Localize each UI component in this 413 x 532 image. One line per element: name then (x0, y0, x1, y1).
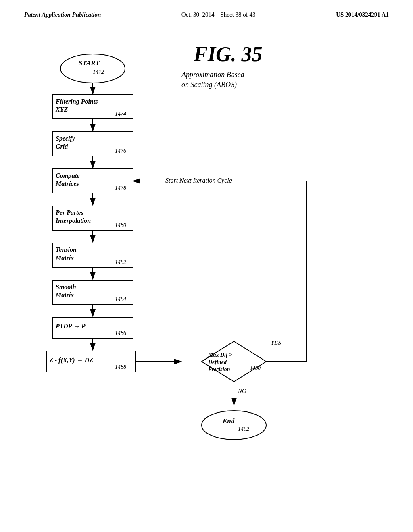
svg-rect-37 (52, 317, 133, 338)
svg-text:1472: 1472 (93, 69, 104, 75)
svg-rect-41 (46, 351, 135, 372)
svg-text:Matrix: Matrix (55, 291, 74, 298)
svg-rect-16 (52, 169, 133, 193)
svg-text:Max Dif >: Max Dif > (208, 352, 232, 358)
svg-text:XYZ: XYZ (55, 106, 68, 113)
svg-text:1476: 1476 (115, 148, 126, 154)
svg-text:Interpolation: Interpolation (55, 217, 91, 224)
svg-text:Smooth: Smooth (56, 283, 76, 290)
svg-text:Z - f(X,Y) → DZ: Z - f(X,Y) → DZ (49, 357, 93, 364)
svg-text:Filtering Points: Filtering Points (55, 98, 98, 105)
figure-subtitle: Approximation Based on Scaling (ABOS) (181, 70, 244, 90)
svg-text:START: START (79, 59, 100, 67)
subtitle-line2: on Scaling (ABOS) (181, 81, 237, 89)
svg-text:1482: 1482 (115, 259, 126, 265)
svg-rect-11 (52, 132, 133, 156)
svg-rect-27 (52, 243, 133, 267)
svg-text:1474: 1474 (115, 111, 126, 117)
svg-text:Defined: Defined (208, 359, 227, 365)
sheet-label: Sheet 38 of 43 (221, 11, 256, 18)
svg-text:End: End (222, 417, 235, 425)
svg-text:Tension: Tension (56, 246, 77, 253)
svg-text:P+DP → P: P+DP → P (55, 323, 86, 330)
svg-text:Compute: Compute (56, 172, 80, 179)
svg-text:1492: 1492 (238, 426, 249, 432)
flowchart-svg: START 1472 Filtering Points XYZ 1474 Spe… (0, 26, 413, 510)
subtitle-line1: Approximation Based (181, 71, 244, 79)
publication-label: Patent Application Publication (24, 11, 101, 18)
svg-text:Matrices: Matrices (55, 180, 79, 187)
svg-rect-22 (52, 206, 133, 230)
svg-text:1480: 1480 (115, 222, 126, 228)
svg-text:NO: NO (238, 388, 246, 394)
svg-point-56 (202, 411, 266, 440)
svg-text:Specify: Specify (56, 135, 75, 142)
svg-text:Precision: Precision (208, 366, 230, 372)
date-sheet-label: Oct. 30, 2014 Sheet 38 of 43 (181, 11, 256, 18)
svg-rect-32 (52, 280, 133, 304)
svg-text:1484: 1484 (115, 296, 126, 302)
svg-text:1488: 1488 (115, 364, 126, 370)
diagram-area: FIG. 35 Approximation Based on Scaling (… (0, 26, 413, 510)
svg-text:1478: 1478 (115, 185, 126, 191)
svg-marker-45 (202, 341, 266, 382)
svg-text:Start Next Iteration Cycle: Start Next Iteration Cycle (165, 177, 232, 184)
svg-text:1490: 1490 (250, 365, 261, 371)
svg-point-2 (60, 54, 125, 83)
svg-text:YES: YES (271, 339, 282, 346)
svg-text:Grid: Grid (56, 143, 68, 150)
svg-text:Matrix: Matrix (55, 254, 74, 261)
svg-text:1486: 1486 (115, 330, 126, 336)
svg-text:Per Partes: Per Partes (55, 209, 83, 216)
svg-rect-6 (52, 95, 133, 119)
date-label: Oct. 30, 2014 (181, 11, 215, 18)
patent-number-label: US 2014/0324291 A1 (336, 11, 389, 18)
figure-title: FIG. 35 (194, 42, 262, 66)
page-header: Patent Application Publication Oct. 30, … (0, 0, 413, 18)
